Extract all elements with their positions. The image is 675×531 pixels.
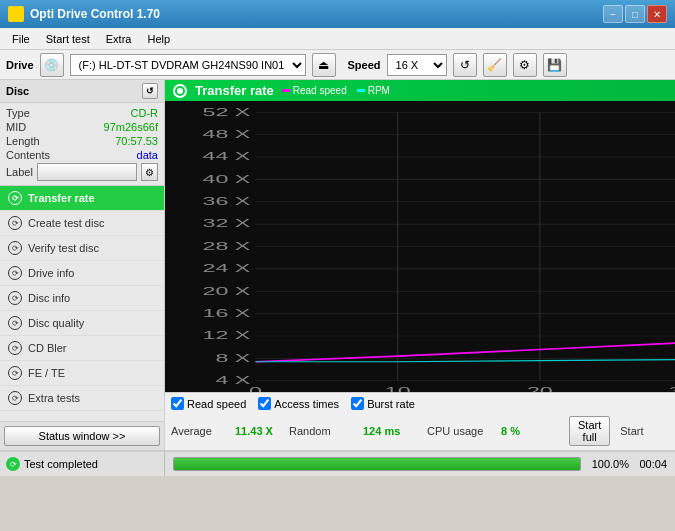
menu-bar: File Start test Extra Help	[0, 28, 675, 50]
nav-fe-te[interactable]: ⟳ FE / TE	[0, 361, 164, 386]
speed-select[interactable]: 16 X	[387, 54, 447, 76]
svg-text:4 X: 4 X	[215, 375, 250, 386]
start-label: Start	[620, 425, 675, 437]
svg-text:30: 30	[669, 386, 675, 392]
menu-help[interactable]: Help	[139, 31, 178, 47]
access-times-checkbox-label: Access times	[274, 398, 339, 410]
cpu-label: CPU usage	[427, 425, 497, 437]
legend-read-speed: Read speed	[282, 85, 347, 96]
svg-text:48 X: 48 X	[202, 129, 250, 140]
disc-length-row: Length 70:57.53	[6, 135, 158, 147]
transfer-rate-icon: ⟳	[8, 191, 22, 205]
nav-create-test-disc[interactable]: ⟳ Create test disc	[0, 211, 164, 236]
legend-rpm: RPM	[357, 85, 390, 96]
status-window-button[interactable]: Status window >>	[4, 426, 160, 446]
disc-contents-val: data	[137, 149, 158, 161]
title-text: Opti Drive Control 1.70	[30, 7, 160, 21]
disc-info-icon: ⟳	[8, 291, 22, 305]
disc-contents-key: Contents	[6, 149, 50, 161]
average-label: Average	[171, 425, 231, 437]
drive-select[interactable]: (F:) HL-DT-ST DVDRAM GH24NS90 IN01	[70, 54, 306, 76]
chart-svg: 52 X 48 X 44 X 40 X 36 X 32 X 28 X 24 X …	[165, 101, 675, 392]
title-bar-controls: − □ ✕	[603, 5, 667, 23]
svg-text:12 X: 12 X	[202, 330, 250, 341]
disc-mid-key: MID	[6, 121, 26, 133]
status-right: 100.0% 00:04	[165, 457, 675, 471]
random-label: Random	[289, 425, 359, 437]
title-bar: Opti Drive Control 1.70 − □ ✕	[0, 0, 675, 28]
main-area: Disc ↺ Type CD-R MID 97m26s66f Length 70…	[0, 80, 675, 450]
label-input[interactable]	[37, 163, 137, 181]
drive-bar: Drive 💿 (F:) HL-DT-ST DVDRAM GH24NS90 IN…	[0, 50, 675, 80]
save-button[interactable]: 💾	[543, 53, 567, 77]
nav-transfer-rate[interactable]: ⟳ Transfer rate	[0, 186, 164, 211]
svg-text:40 X: 40 X	[202, 174, 250, 185]
drive-label: Drive	[6, 59, 34, 71]
drive-icon: 💿	[40, 53, 64, 77]
rpm-legend-color	[357, 89, 365, 92]
svg-text:10: 10	[385, 386, 411, 392]
settings-button[interactable]: ⚙	[513, 53, 537, 77]
label-settings-button[interactable]: ⚙	[141, 163, 158, 181]
access-times-checkbox[interactable]	[258, 397, 271, 410]
disc-mid-row: MID 97m26s66f	[6, 121, 158, 133]
nav-verify-test-disc-label: Verify test disc	[28, 242, 99, 254]
legend-read-speed-label: Read speed	[293, 85, 347, 96]
close-button[interactable]: ✕	[647, 5, 667, 23]
svg-text:36 X: 36 X	[202, 196, 250, 207]
nav-cd-bler[interactable]: ⟳ CD Bler	[0, 336, 164, 361]
nav-drive-info-label: Drive info	[28, 267, 74, 279]
chart-header: Transfer rate Read speed RPM	[165, 80, 675, 101]
stats-bar: Read speed Access times Burst rate Burst…	[165, 392, 675, 414]
svg-text:28 X: 28 X	[202, 241, 250, 252]
svg-text:52 X: 52 X	[202, 107, 250, 118]
refresh-button[interactable]: ↺	[453, 53, 477, 77]
read-speed-checkbox-label: Read speed	[187, 398, 246, 410]
menu-file[interactable]: File	[4, 31, 38, 47]
progress-bar-inner	[174, 458, 580, 470]
read-speed-checkbox-item: Read speed	[171, 397, 246, 410]
menu-start-test[interactable]: Start test	[38, 31, 98, 47]
disc-header: Disc ↺	[0, 80, 164, 103]
chart-title: Transfer rate	[195, 83, 274, 98]
progress-pct: 100.0%	[589, 458, 629, 470]
nav-verify-test-disc[interactable]: ⟳ Verify test disc	[0, 236, 164, 261]
disc-label-key: Label	[6, 166, 33, 178]
svg-text:32 X: 32 X	[202, 218, 250, 229]
fe-te-icon: ⟳	[8, 366, 22, 380]
app-icon	[8, 6, 24, 22]
disc-type-key: Type	[6, 107, 30, 119]
read-speed-legend-color	[282, 89, 290, 92]
start-full-button[interactable]: Start full	[569, 416, 610, 446]
nav-extra-tests[interactable]: ⟳ Extra tests	[0, 386, 164, 411]
svg-text:8 X: 8 X	[215, 353, 250, 364]
maximize-button[interactable]: □	[625, 5, 645, 23]
disc-length-val: 70:57.53	[115, 135, 158, 147]
nav-extra-tests-label: Extra tests	[28, 392, 80, 404]
read-speed-checkbox[interactable]	[171, 397, 184, 410]
left-panel: Disc ↺ Type CD-R MID 97m26s66f Length 70…	[0, 80, 165, 450]
right-panel: Transfer rate Read speed RPM	[165, 80, 675, 450]
svg-text:20: 20	[527, 386, 553, 392]
burst-rate-checkbox[interactable]	[351, 397, 364, 410]
menu-extra[interactable]: Extra	[98, 31, 140, 47]
nav-disc-info[interactable]: ⟳ Disc info	[0, 286, 164, 311]
status-icon: ⟳	[6, 457, 20, 471]
disc-title: Disc	[6, 85, 29, 97]
disc-quality-icon: ⟳	[8, 316, 22, 330]
speed-label: Speed	[348, 59, 381, 71]
status-text: Test completed	[24, 458, 98, 470]
random-val: 124 ms	[363, 425, 423, 437]
disc-type-val: CD-R	[131, 107, 159, 119]
nav-drive-info[interactable]: ⟳ Drive info	[0, 261, 164, 286]
minimize-button[interactable]: −	[603, 5, 623, 23]
eject-button[interactable]: ⏏	[312, 53, 336, 77]
nav-disc-quality[interactable]: ⟳ Disc quality	[0, 311, 164, 336]
nav-fe-te-label: FE / TE	[28, 367, 65, 379]
chart-area: 52 X 48 X 44 X 40 X 36 X 32 X 28 X 24 X …	[165, 101, 675, 392]
title-bar-left: Opti Drive Control 1.70	[8, 6, 160, 22]
extra-tests-icon: ⟳	[8, 391, 22, 405]
clear-button[interactable]: 🧹	[483, 53, 507, 77]
nav-cd-bler-label: CD Bler	[28, 342, 67, 354]
disc-refresh-button[interactable]: ↺	[142, 83, 158, 99]
